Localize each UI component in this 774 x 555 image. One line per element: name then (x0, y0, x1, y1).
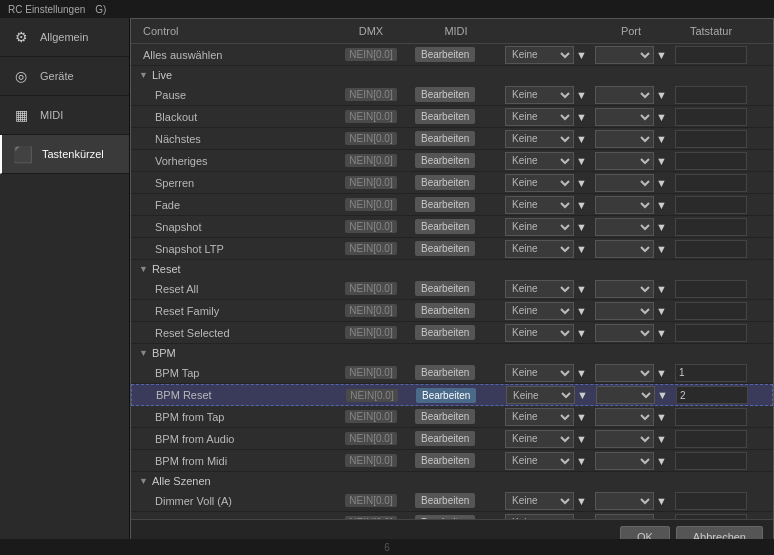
midi-cell[interactable]: Bearbeiten (411, 365, 501, 380)
section-header-live[interactable]: ▼Live (131, 66, 773, 84)
modal-content[interactable]: Control DMX MIDI Port Tatstatur Alles au… (131, 19, 773, 519)
port-cell[interactable]: ▼ (591, 174, 671, 192)
port-select[interactable] (595, 280, 654, 298)
keine-cell[interactable]: Keine ▼ (501, 86, 591, 104)
port-cell[interactable]: ▼ (591, 302, 671, 320)
port-select[interactable] (595, 152, 654, 170)
sidebar-item-allgemein[interactable]: ⚙ Allgemein (0, 18, 129, 57)
midi-cell[interactable]: Bearbeiten (411, 153, 501, 168)
port-select[interactable] (595, 196, 654, 214)
keine-cell[interactable]: Keine ▼ (501, 240, 591, 258)
port-cell[interactable]: ▼ (592, 386, 672, 404)
port-cell[interactable]: ▼ (591, 324, 671, 342)
port-select[interactable] (595, 108, 654, 126)
top-bar-rc[interactable]: RC Einstellungen (8, 4, 85, 15)
tastat-cell[interactable] (671, 108, 751, 126)
midi-cell[interactable]: Bearbeiten (411, 131, 501, 146)
bearbeiten-btn[interactable]: Bearbeiten (415, 493, 475, 508)
keine-select[interactable]: Keine (505, 218, 574, 236)
bearbeiten-btn[interactable]: Bearbeiten (415, 197, 475, 212)
tastat-cell[interactable] (671, 324, 751, 342)
bearbeiten-btn[interactable]: Bearbeiten (415, 219, 475, 234)
tastat-input[interactable] (675, 324, 747, 342)
keine-select[interactable]: Keine (505, 324, 574, 342)
midi-cell[interactable]: Bearbeiten (411, 87, 501, 102)
bearbeiten-btn[interactable]: Bearbeiten (415, 453, 475, 468)
keine-cell[interactable]: Keine ▼ (502, 386, 592, 404)
port-select[interactable] (595, 408, 654, 426)
bearbeiten-btn[interactable]: Bearbeiten (415, 241, 475, 256)
keine-cell[interactable]: Keine ▼ (501, 492, 591, 510)
keine-select[interactable]: Keine (506, 386, 575, 404)
alles-port-select[interactable] (595, 46, 654, 64)
bearbeiten-btn[interactable]: Bearbeiten (415, 87, 475, 102)
tastat-cell[interactable] (671, 130, 751, 148)
port-cell[interactable]: ▼ (591, 196, 671, 214)
keine-select[interactable]: Keine (505, 108, 574, 126)
keine-select[interactable]: Keine (505, 174, 574, 192)
keine-select[interactable]: Keine (505, 408, 574, 426)
midi-cell[interactable]: Bearbeiten (411, 325, 501, 340)
tastat-cell[interactable] (671, 218, 751, 236)
tastat-input[interactable] (675, 408, 747, 426)
alles-port[interactable]: ▼ (591, 46, 671, 64)
keine-cell[interactable]: Keine ▼ (501, 408, 591, 426)
keine-select[interactable]: Keine (505, 452, 574, 470)
port-select[interactable] (595, 364, 654, 382)
keine-select[interactable]: Keine (505, 130, 574, 148)
keine-cell[interactable]: Keine ▼ (501, 152, 591, 170)
midi-cell[interactable]: Bearbeiten (411, 493, 501, 508)
alles-keine-select[interactable]: Keine (505, 46, 574, 64)
tastat-input[interactable] (675, 196, 747, 214)
tastat-cell[interactable] (671, 492, 751, 510)
tastat-cell[interactable] (672, 386, 752, 404)
midi-cell[interactable]: Bearbeiten (411, 109, 501, 124)
tastat-cell[interactable] (671, 152, 751, 170)
bearbeiten-btn[interactable]: Bearbeiten (415, 175, 475, 190)
tastat-input[interactable] (675, 492, 747, 510)
keine-select[interactable]: Keine (505, 302, 574, 320)
port-cell[interactable]: ▼ (591, 240, 671, 258)
keine-cell[interactable]: Keine ▼ (501, 174, 591, 192)
tastat-input[interactable] (675, 240, 747, 258)
midi-cell[interactable]: Bearbeiten (411, 241, 501, 256)
tastat-input[interactable] (675, 152, 747, 170)
port-select[interactable] (595, 130, 654, 148)
midi-cell[interactable]: Bearbeiten (411, 409, 501, 424)
bearbeiten-btn[interactable]: Bearbeiten (415, 409, 475, 424)
bearbeiten-btn[interactable]: Bearbeiten (415, 303, 475, 318)
port-select[interactable] (595, 240, 654, 258)
tastat-cell[interactable] (671, 430, 751, 448)
tastat-cell[interactable] (671, 240, 751, 258)
bearbeiten-btn[interactable]: Bearbeiten (415, 325, 475, 340)
tastat-input[interactable] (675, 280, 747, 298)
midi-cell[interactable]: Bearbeiten (411, 453, 501, 468)
alles-bearbeiten-btn[interactable]: Bearbeiten (415, 47, 475, 62)
tastat-input[interactable] (675, 108, 747, 126)
bearbeiten-btn[interactable]: Bearbeiten (415, 281, 475, 296)
keine-cell[interactable]: Keine ▼ (501, 218, 591, 236)
section-header-alle-szenen[interactable]: ▼Alle Szenen (131, 472, 773, 490)
bearbeiten-btn[interactable]: Bearbeiten (415, 131, 475, 146)
keine-cell[interactable]: Keine ▼ (501, 280, 591, 298)
tastat-input[interactable] (675, 364, 747, 382)
port-cell[interactable]: ▼ (591, 152, 671, 170)
port-select[interactable] (595, 86, 654, 104)
midi-cell[interactable]: Bearbeiten (411, 431, 501, 446)
section-header-bpm[interactable]: ▼BPM (131, 344, 773, 362)
midi-cell[interactable]: Bearbeiten (412, 388, 502, 403)
keine-cell[interactable]: Keine ▼ (501, 324, 591, 342)
port-cell[interactable]: ▼ (591, 280, 671, 298)
port-select[interactable] (595, 218, 654, 236)
tastat-cell[interactable] (671, 196, 751, 214)
tastat-input[interactable] (676, 386, 748, 404)
keine-cell[interactable]: Keine ▼ (501, 196, 591, 214)
midi-cell[interactable]: Bearbeiten (411, 197, 501, 212)
alles-keine[interactable]: Keine ▼ (501, 46, 591, 64)
port-cell[interactable]: ▼ (591, 408, 671, 426)
keine-select[interactable]: Keine (505, 196, 574, 214)
tastat-input[interactable] (675, 302, 747, 320)
midi-cell[interactable]: Bearbeiten (411, 175, 501, 190)
port-cell[interactable]: ▼ (591, 218, 671, 236)
keine-cell[interactable]: Keine ▼ (501, 130, 591, 148)
